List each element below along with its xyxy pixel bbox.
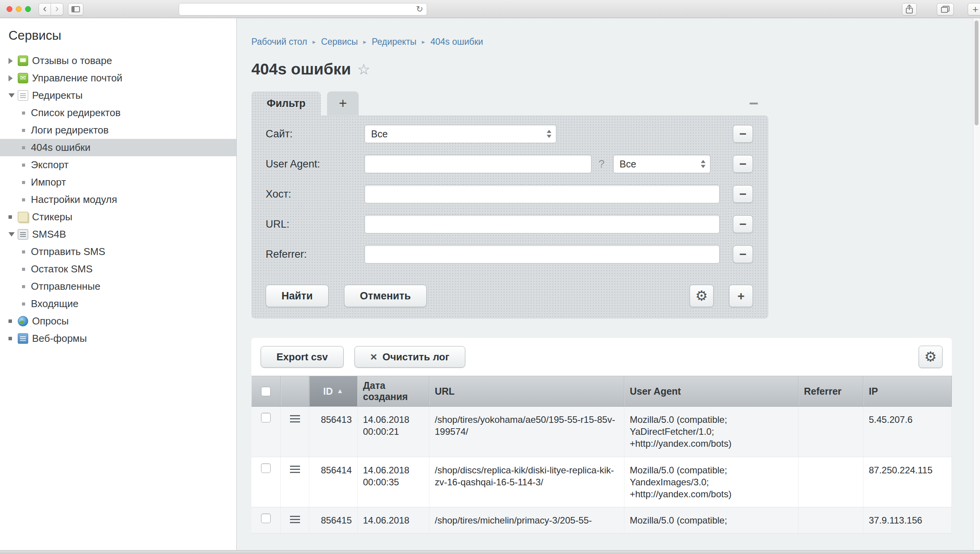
forward-button[interactable]: › <box>51 3 63 15</box>
sidebar-item-label: Отзывы о товаре <box>32 55 112 67</box>
sidebar-item[interactable]: Редиректы <box>0 87 236 104</box>
filter-block: Фильтр + − Сайт: Все − User Agent: ? Все <box>251 91 768 319</box>
bullet-icon <box>22 146 25 149</box>
refresh-icon[interactable]: ↻ <box>416 4 423 14</box>
row-checkbox[interactable] <box>261 463 271 473</box>
filter-tab[interactable]: Фильтр <box>251 91 321 115</box>
collapse-filter-icon[interactable]: − <box>749 95 758 111</box>
sidebar-item[interactable]: SMS4B <box>0 226 236 243</box>
table-row: 856413 14.06.201800:00:21 /shop/tires/yo… <box>251 407 952 457</box>
sidebar-subitem[interactable]: Настройки модуля <box>0 191 236 208</box>
clear-log-button[interactable]: × Очистить лог <box>354 346 465 368</box>
scrollbar-thumb[interactable] <box>975 20 978 125</box>
sidebar-subitem[interactable]: Экспорт <box>0 156 236 174</box>
user-agent-mode-select[interactable]: Все <box>613 155 710 173</box>
cell-url: /shop/discs/replica-kik/diski-litye-repl… <box>429 457 624 507</box>
expand-arrow-icon[interactable] <box>8 58 13 64</box>
sidebar-subitem[interactable]: Отправленные <box>0 278 236 295</box>
sidebar-item-label: SMS4B <box>32 228 66 240</box>
column-header-url[interactable]: URL <box>429 376 624 406</box>
referrer-input[interactable] <box>365 245 720 263</box>
sidebar-subitem[interactable]: Логи редиректов <box>0 122 236 139</box>
page-title-row: 404s ошибки ☆ <box>251 60 973 78</box>
sidebar-item-label: Управление почтой <box>32 72 122 84</box>
module-bullet-icon[interactable] <box>8 319 12 323</box>
sidebar-subitem[interactable]: Список редиректов <box>0 104 236 122</box>
help-icon[interactable]: ? <box>599 158 605 170</box>
sidebar-item[interactable]: Стикеры <box>0 208 236 226</box>
add-filter-row-button[interactable]: + <box>729 285 753 307</box>
column-header-id[interactable]: ID ▲ <box>309 376 358 406</box>
remove-filter-row-button[interactable]: − <box>733 155 753 173</box>
gear-icon: ⚙ <box>695 289 708 303</box>
sidebar-subitem[interactable]: Входящие <box>0 295 236 312</box>
sidebar-subitem[interactable]: 404s ошибки <box>0 139 236 156</box>
sidebar-item[interactable]: Веб-формы <box>0 330 236 347</box>
scrollbar[interactable] <box>973 18 980 550</box>
sort-asc-icon: ▲ <box>337 387 343 395</box>
row-menu-icon[interactable] <box>290 466 300 473</box>
filter-panel: Сайт: Все − User Agent: ? Все − Хост: <box>251 115 768 319</box>
breadcrumb-link[interactable]: Рабочий стол <box>251 37 307 47</box>
site-select[interactable]: Все <box>365 125 556 143</box>
host-input[interactable] <box>365 185 720 203</box>
minimize-window-button[interactable] <box>16 6 22 12</box>
module-bullet-icon[interactable] <box>8 337 12 340</box>
row-menu-icon[interactable] <box>290 516 300 524</box>
filter-tabs: Фильтр + − <box>251 91 768 115</box>
add-filter-tab-button[interactable]: + <box>327 91 359 115</box>
new-tab-button[interactable]: + <box>968 3 980 15</box>
row-checkbox[interactable] <box>261 513 271 523</box>
column-header-date[interactable]: Дата создания <box>358 376 429 406</box>
module-bullet-icon[interactable] <box>8 215 12 219</box>
sidebar-item[interactable]: Опросы <box>0 312 236 330</box>
share-button[interactable] <box>902 3 917 15</box>
column-header-referrer[interactable]: Referrer <box>799 376 863 406</box>
sidebar-subitem[interactable]: Остаток SMS <box>0 260 236 278</box>
filter-row-site: Сайт: Все − <box>266 125 753 143</box>
user-agent-input[interactable] <box>365 155 592 173</box>
remove-filter-row-button[interactable]: − <box>733 245 753 263</box>
sidebar-icon <box>71 6 80 12</box>
collapse-arrow-icon[interactable] <box>8 232 15 236</box>
filter-settings-button[interactable]: ⚙ <box>690 285 714 307</box>
cell-id: 856413 <box>309 407 358 457</box>
expand-arrow-icon[interactable] <box>8 75 13 81</box>
table-body: 856413 14.06.201800:00:21 /shop/tires/yo… <box>251 407 952 534</box>
sidebar-toggle-button[interactable] <box>68 3 83 15</box>
favorite-star-icon[interactable]: ☆ <box>357 61 370 78</box>
back-button[interactable]: ‹ <box>39 3 51 15</box>
collapse-arrow-icon[interactable] <box>8 93 15 98</box>
cell-url: /shop/tires/michelin/primacy-3/205-55- <box>429 507 624 533</box>
column-header-ip[interactable]: IP <box>863 376 952 406</box>
cell-id: 856414 <box>309 457 358 507</box>
back-icon: ‹ <box>43 3 46 14</box>
forward-icon: › <box>55 3 59 14</box>
select-all-checkbox[interactable] <box>261 387 271 396</box>
row-checkbox[interactable] <box>261 413 271 422</box>
close-window-button[interactable] <box>7 6 12 12</box>
table-settings-button[interactable]: ⚙ <box>919 346 943 368</box>
remove-filter-row-button[interactable]: − <box>733 185 753 203</box>
browser-toolbar: ‹ › ↻ + <box>0 0 980 18</box>
cell-ip: 5.45.207.6 <box>863 407 952 457</box>
export-csv-button[interactable]: Export csv <box>261 346 344 368</box>
column-header-user-agent[interactable]: User Agent <box>624 376 799 406</box>
sidebar-subitem[interactable]: Импорт <box>0 174 236 191</box>
breadcrumb-link[interactable]: Редиректы <box>372 37 417 47</box>
sidebar-item[interactable]: Отзывы о товаре <box>0 52 236 69</box>
url-input[interactable] <box>365 215 720 233</box>
cancel-button[interactable]: Отменить <box>344 285 427 307</box>
breadcrumb-link[interactable]: 404s ошибки <box>431 37 483 47</box>
sidebar-item-label: Отправить SMS <box>31 246 105 258</box>
remove-filter-row-button[interactable]: − <box>733 215 753 233</box>
breadcrumb-link[interactable]: Сервисы <box>321 37 358 47</box>
row-menu-icon[interactable] <box>290 415 300 423</box>
sidebar-subitem[interactable]: Отправить SMS <box>0 243 236 260</box>
tab-overview-button[interactable] <box>937 3 954 15</box>
sidebar-item[interactable]: Управление почтой <box>0 69 236 87</box>
zoom-window-button[interactable] <box>25 6 31 12</box>
remove-filter-row-button[interactable]: − <box>733 125 753 143</box>
address-bar[interactable]: ↻ <box>179 3 427 15</box>
search-button[interactable]: Найти <box>266 285 329 307</box>
